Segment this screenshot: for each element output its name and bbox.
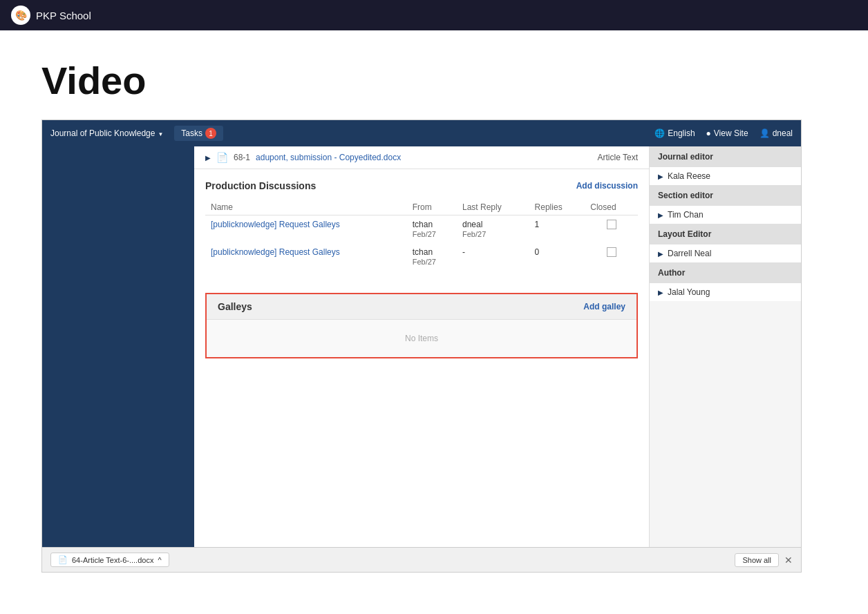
- language-label: English: [668, 128, 695, 138]
- role-member-name: Tim Chan: [668, 210, 704, 220]
- role-member-3-0[interactable]: ▶ Jalal Young: [650, 283, 801, 301]
- role-header-2: Layout Editor: [650, 224, 801, 244]
- discussion-from-cell: tchanFeb/27: [407, 243, 457, 271]
- tasks-button[interactable]: Tasks 1: [174, 126, 223, 141]
- app-main: ▶ 📄 68-1 adupont, submission - Copyedite…: [42, 146, 801, 547]
- page-title: Video: [41, 58, 827, 103]
- bottom-bar: 📄 64-Article Text-6-....docx ^ Show all …: [42, 547, 801, 572]
- show-all-button[interactable]: Show all: [735, 553, 779, 567]
- discussion-closed-cell[interactable]: [585, 243, 638, 271]
- view-site-link[interactable]: ● View Site: [706, 128, 748, 138]
- logo-icon: 🎨: [11, 6, 30, 25]
- galleys-body: No Items: [207, 320, 636, 357]
- discussion-name-cell[interactable]: [publicknowledge] Request Galleys: [205, 215, 407, 244]
- role-member-0-0[interactable]: ▶ Kala Reese: [650, 167, 801, 185]
- col-closed: Closed: [585, 200, 638, 215]
- close-button[interactable]: ✕: [784, 555, 793, 566]
- bottom-bar-right: Show all ✕: [735, 553, 793, 567]
- col-from: From: [407, 200, 457, 215]
- file-type: Article Text: [598, 153, 638, 162]
- main-panel: ▶ 📄 68-1 adupont, submission - Copyedite…: [194, 146, 649, 547]
- discussion-row: [publicknowledge] Request Galleys tchanF…: [205, 215, 638, 244]
- app-nav: Journal of Public Knowledge Tasks 1 🌐 En…: [42, 120, 801, 146]
- app-nav-right: 🌐 English ● View Site 👤 dneal: [654, 128, 793, 138]
- file-name-link[interactable]: adupont, submission - Copyedited.docx: [256, 153, 401, 162]
- discussion-replies-cell: 1: [529, 215, 585, 244]
- production-discussions-header: Production Discussions Add discussion: [205, 180, 638, 191]
- globe-icon: 🌐: [654, 128, 665, 138]
- file-row: ▶ 📄 68-1 adupont, submission - Copyedite…: [194, 146, 649, 169]
- role-member-name: Jalal Young: [668, 287, 710, 297]
- role-member-arrow-icon: ▶: [658, 250, 663, 258]
- role-member-1-0[interactable]: ▶ Tim Chan: [650, 206, 801, 224]
- sidebar: [42, 146, 194, 547]
- journal-dropdown-icon: [158, 128, 163, 138]
- app-nav-left: Journal of Public Knowledge Tasks 1: [50, 126, 223, 141]
- no-items-text: No Items: [405, 334, 438, 343]
- galleys-section: Galleys Add galley No Items: [205, 293, 638, 358]
- role-header-1: Section editor: [650, 185, 801, 206]
- journal-selector[interactable]: Journal of Public Knowledge: [50, 128, 163, 138]
- tasks-badge: 1: [205, 128, 216, 139]
- galleys-title: Galleys: [218, 301, 252, 312]
- role-member-2-0[interactable]: ▶ Darrell Neal: [650, 244, 801, 262]
- right-panel: Journal editor ▶ Kala Reese Section edit…: [649, 146, 801, 547]
- file-doc-icon: 📄: [216, 152, 228, 163]
- production-discussions-title: Production Discussions: [205, 180, 316, 191]
- view-site-label: View Site: [714, 128, 748, 138]
- discussion-closed-cell[interactable]: [585, 215, 638, 244]
- discussion-last-reply-cell: dnealFeb/27: [457, 215, 529, 244]
- download-file-icon: 📄: [58, 555, 68, 564]
- galleys-header: Galleys Add galley: [207, 294, 636, 320]
- discussion-table: Name From Last Reply Replies Closed [pub…: [205, 200, 638, 271]
- download-chevron-icon: ^: [158, 556, 161, 564]
- role-header-3: Author: [650, 262, 801, 283]
- user-icon: 👤: [760, 128, 770, 138]
- role-member-name: Kala Reese: [668, 171, 710, 181]
- discussion-row: [publicknowledge] Request Galleys tchanF…: [205, 243, 638, 271]
- col-name: Name: [205, 200, 407, 215]
- add-galley-link[interactable]: Add galley: [583, 302, 625, 311]
- discussion-from-cell: tchanFeb/27: [407, 215, 457, 244]
- discussion-last-reply-cell: -: [457, 243, 529, 271]
- user-menu[interactable]: 👤 dneal: [760, 128, 793, 138]
- roles-list: Journal editor ▶ Kala Reese Section edit…: [650, 146, 801, 301]
- file-id: 68-1: [234, 153, 250, 162]
- role-member-arrow-icon: ▶: [658, 211, 663, 219]
- tasks-label: Tasks: [181, 128, 202, 138]
- top-nav: 🎨 PKP School: [0, 0, 868, 30]
- logo-area: 🎨 PKP School: [11, 6, 91, 25]
- role-member-name: Darrell Neal: [668, 249, 711, 258]
- col-last-reply: Last Reply: [457, 200, 529, 215]
- role-header-0: Journal editor: [650, 146, 801, 167]
- journal-name: Journal of Public Knowledge: [50, 128, 155, 138]
- bottom-bar-left: 📄 64-Article Text-6-....docx ^: [50, 553, 169, 567]
- screenshot-container: Journal of Public Knowledge Tasks 1 🌐 En…: [41, 119, 802, 573]
- download-file-name: 64-Article Text-6-....docx: [72, 556, 153, 564]
- download-item[interactable]: 📄 64-Article Text-6-....docx ^: [50, 553, 169, 567]
- discussion-replies-cell: 0: [529, 243, 585, 271]
- page-content: Video Journal of Public Knowledge Tasks …: [0, 30, 868, 600]
- file-row-arrow-icon: ▶: [205, 154, 211, 162]
- language-selector[interactable]: 🌐 English: [654, 128, 695, 138]
- col-replies: Replies: [529, 200, 585, 215]
- circle-icon: ●: [706, 128, 711, 138]
- role-member-arrow-icon: ▶: [658, 289, 663, 296]
- add-discussion-link[interactable]: Add discussion: [576, 181, 638, 191]
- production-discussions-section: Production Discussions Add discussion Na…: [194, 169, 649, 282]
- discussion-name-cell[interactable]: [publicknowledge] Request Galleys: [205, 243, 407, 271]
- user-name: dneal: [773, 128, 793, 138]
- app-name: PKP School: [36, 10, 91, 21]
- role-member-arrow-icon: ▶: [658, 173, 663, 180]
